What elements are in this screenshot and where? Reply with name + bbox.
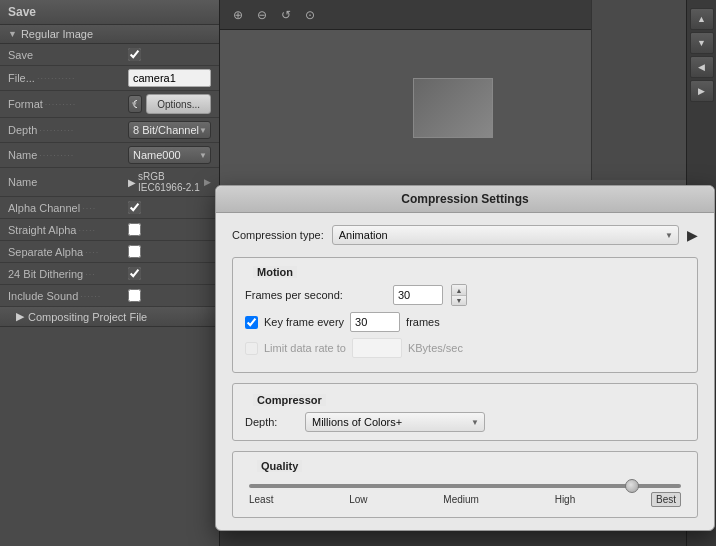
dithering-label: 24 Bit Dithering ··· <box>8 268 128 280</box>
compression-dialog: Compression Settings Compression type: A… <box>215 185 715 531</box>
save-panel: Save ▼ Regular Image Save File... ······… <box>0 0 220 546</box>
comp-type-nav-arrow: ▶ <box>687 227 698 243</box>
fps-input[interactable] <box>393 285 443 305</box>
dithering-row: 24 Bit Dithering ··· <box>0 263 219 285</box>
format-select[interactable]: QuickTime Movie <box>128 95 142 113</box>
fps-stepper-down[interactable]: ▼ <box>452 295 466 305</box>
fps-stepper-up[interactable]: ▲ <box>452 285 466 295</box>
save-row: Save <box>0 44 219 66</box>
save-checkbox[interactable] <box>128 48 141 61</box>
file-control <box>128 69 211 87</box>
image-color-profile-control: ▶ sRGB IEC61966-2.1 ▶ <box>128 171 211 193</box>
file-row: File... ··········· <box>0 66 219 91</box>
keyframe-checkbox[interactable] <box>245 316 258 329</box>
depth-select-comp[interactable]: Millions of Colors+ Millions of Colors T… <box>305 412 485 432</box>
name-select-wrapper: Name000 <box>128 146 211 164</box>
keyframe-row: Key frame every frames <box>245 312 685 332</box>
compositing-arrow: ▶ <box>16 310 24 323</box>
include-sound-checkbox[interactable] <box>128 289 141 302</box>
toolbar-btn-3[interactable]: ↺ <box>276 5 296 25</box>
right-toolbar-btn-4[interactable]: ▶ <box>690 80 714 102</box>
name-control: Name000 <box>128 146 211 164</box>
alpha-channel-row: Alpha Channel ···· <box>0 197 219 219</box>
keyframe-label: Key frame every <box>264 316 344 328</box>
alpha-channel-label: Alpha Channel ···· <box>8 202 128 214</box>
section-arrow: ▼ <box>8 29 17 39</box>
keyframe-input[interactable] <box>350 312 400 332</box>
file-label: File... ··········· <box>8 72 128 84</box>
straight-alpha-row: Compression Settings Straight Alpha ····… <box>0 219 219 241</box>
dialog-body: Compression type: Animation H.264 Photo … <box>216 213 714 530</box>
image-color-profile-value: sRGB IEC61966-2.1 <box>138 171 204 193</box>
options-button[interactable]: Options... <box>146 94 211 114</box>
include-sound-row: Include Sound ······ <box>0 285 219 307</box>
depth-control: 8 Bit/Channel <box>128 121 211 139</box>
right-toolbar-btn-1[interactable]: ▲ <box>690 8 714 30</box>
separate-alpha-label: Separate Alpha ···· <box>8 246 128 258</box>
name-row: Name ·········· Name000 <box>0 143 219 168</box>
dithering-checkbox[interactable] <box>128 267 141 280</box>
best-box: Best <box>651 492 681 507</box>
straight-alpha-label: Compression Settings Straight Alpha ····… <box>8 224 128 236</box>
separate-alpha-row: Separate Alpha ···· <box>0 241 219 263</box>
compressor-group-content: Compressor Depth: Millions of Colors+ Mi… <box>233 384 697 440</box>
fps-row: Frames per second: ▲ ▼ <box>245 284 685 306</box>
quality-group-title: Quality <box>257 460 302 472</box>
format-control: QuickTime Movie Options... <box>128 94 211 114</box>
format-label: Format ········· <box>8 98 128 110</box>
compressor-group-title: Compressor <box>253 394 326 406</box>
quality-label-medium: Medium <box>443 494 479 505</box>
include-sound-label: Include Sound ······ <box>8 290 128 302</box>
quality-slider[interactable] <box>249 484 681 488</box>
image-color-profile-arrow: ▶ <box>128 177 136 188</box>
dithering-control <box>128 267 211 280</box>
depth-row-comp: Depth: Millions of Colors+ Millions of C… <box>245 412 685 432</box>
save-control <box>128 48 211 61</box>
file-input[interactable] <box>128 69 211 87</box>
save-title: Save <box>0 0 219 25</box>
canvas-preview <box>413 78 493 138</box>
quality-group: Quality Least Low Medium High Best <box>232 451 698 518</box>
toolbar-btn-4[interactable]: ⊙ <box>300 5 320 25</box>
motion-group: Motion Frames per second: ▲ ▼ Key frame … <box>232 257 698 373</box>
toolbar-btn-2[interactable]: ⊖ <box>252 5 272 25</box>
name-label: Name ·········· <box>8 149 128 161</box>
right-toolbar-btn-2[interactable]: ▼ <box>690 32 714 54</box>
depth-select-wrapper: Millions of Colors+ Millions of Colors T… <box>305 412 485 432</box>
dialog-title: Compression Settings <box>216 186 714 213</box>
motion-group-content: Motion Frames per second: ▲ ▼ Key frame … <box>233 258 697 372</box>
motion-group-title: Motion <box>253 266 297 278</box>
include-sound-control <box>128 289 211 302</box>
name-select[interactable]: Name000 <box>128 146 211 164</box>
depth-label-comp: Depth: <box>245 416 295 428</box>
depth-select-wrapper: 8 Bit/Channel <box>128 121 211 139</box>
limit-input[interactable] <box>352 338 402 358</box>
right-strip-panel <box>591 0 686 180</box>
format-select-wrapper: QuickTime Movie <box>128 95 142 113</box>
alpha-channel-checkbox[interactable] <box>128 201 141 214</box>
straight-alpha-checkbox[interactable] <box>128 223 141 236</box>
compressor-group: Compressor Depth: Millions of Colors+ Mi… <box>232 383 698 441</box>
depth-row: Depth ·········· 8 Bit/Channel <box>0 118 219 143</box>
regular-image-section[interactable]: ▼ Regular Image <box>0 25 219 44</box>
image-color-profile-chevron: ▶ <box>204 177 211 187</box>
compression-type-select-wrapper: Animation H.264 Photo JPEG <box>332 225 679 245</box>
compositing-section[interactable]: ▶ Compositing Project File <box>0 307 219 327</box>
save-label: Save <box>8 49 128 61</box>
straight-alpha-control <box>128 223 211 236</box>
fps-stepper[interactable]: ▲ ▼ <box>451 284 467 306</box>
quality-label-best: Best <box>651 494 681 505</box>
compression-type-row: Compression type: Animation H.264 Photo … <box>232 225 698 245</box>
toolbar-btn-1[interactable]: ⊕ <box>228 5 248 25</box>
depth-select[interactable]: 8 Bit/Channel <box>128 121 211 139</box>
fps-label: Frames per second: <box>245 289 385 301</box>
compression-type-select[interactable]: Animation H.264 Photo JPEG <box>332 225 679 245</box>
limit-label: Limit data rate to <box>264 342 346 354</box>
quality-label-high: High <box>555 494 576 505</box>
right-toolbar-btn-3[interactable]: ◀ <box>690 56 714 78</box>
separate-alpha-checkbox[interactable] <box>128 245 141 258</box>
image-color-profile-label: Name <box>8 176 128 188</box>
separate-alpha-control <box>128 245 211 258</box>
limit-checkbox[interactable] <box>245 342 258 355</box>
compression-type-label: Compression type: <box>232 229 324 241</box>
